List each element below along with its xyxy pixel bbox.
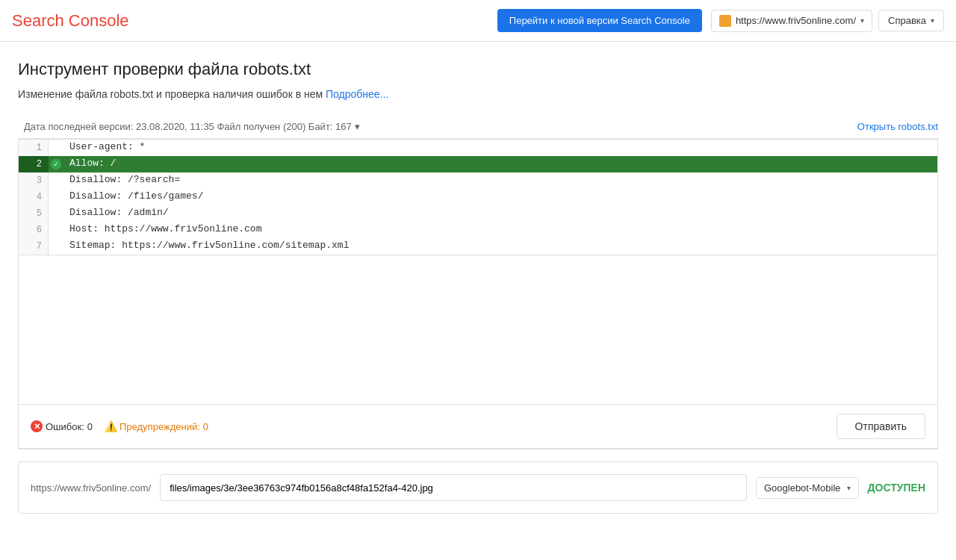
file-info-left: Дата последней версии: 23.08.2020, 11:35… <box>24 121 360 132</box>
accessibility-result: ДОСТУПЕН <box>868 482 925 494</box>
site-url: https://www.friv5online.com/ <box>736 15 856 26</box>
code-line-3: 3 Disallow: /?search= <box>19 172 937 189</box>
file-info-text: Дата последней версии: 23.08.2020, 11:35… <box>24 121 352 132</box>
line-content-1[interactable]: User-agent: * <box>63 140 937 156</box>
site-selector[interactable]: https://www.friv5online.com/ ▾ <box>711 10 872 32</box>
code-line-5: 5 Disallow: /admin/ <box>19 205 937 222</box>
header: Search Console Перейти к новой версии Se… <box>0 0 956 42</box>
code-line-6: 6 Host: https://www.friv5online.com <box>19 222 937 238</box>
line-content-5[interactable]: Disallow: /admin/ <box>63 205 937 222</box>
file-info-dropdown-icon[interactable]: ▾ <box>355 121 360 132</box>
line-number-5: 5 <box>19 205 49 222</box>
line-check-4 <box>49 189 63 205</box>
line-content-7[interactable]: Sitemap: https://www.friv5online.com/sit… <box>63 238 937 255</box>
test-url-base: https://www.friv5online.com/ <box>31 482 151 494</box>
code-line-1: 1 User-agent: * <box>19 140 937 156</box>
line-check-6 <box>49 222 63 238</box>
code-line-4: 4 Disallow: /files/games/ <box>19 189 937 205</box>
line-check-2: ✓ <box>49 156 63 172</box>
crawler-chevron-icon: ▾ <box>847 484 851 492</box>
code-lines: 1 User-agent: * 2 ✓ Allow: / 3 Disallow:… <box>19 140 937 255</box>
help-chevron-icon: ▾ <box>931 16 934 25</box>
line-number-1: 1 <box>19 140 49 156</box>
main-content: Инструмент проверки файла robots.txt Изм… <box>0 42 956 514</box>
submit-button[interactable]: Отправить <box>836 414 925 439</box>
warning-icon: ⚠️ <box>105 420 117 432</box>
error-icon: ✕ <box>31 420 43 432</box>
line-number-3: 3 <box>19 172 49 189</box>
site-favicon <box>719 15 731 27</box>
status-bar: ✕ Ошибок: 0 ⚠️ Предупреждений: 0 Отправи… <box>18 405 938 449</box>
line-check-7 <box>49 238 63 255</box>
line-check-1 <box>49 140 63 156</box>
code-empty-area[interactable] <box>19 255 937 404</box>
crawler-label: Googlebot-Mobile <box>764 482 841 494</box>
help-button[interactable]: Справка ▾ <box>878 10 944 31</box>
errors-status: ✕ Ошибок: 0 <box>31 420 93 432</box>
site-chevron-icon: ▾ <box>860 16 864 25</box>
line-number-4: 4 <box>19 189 49 205</box>
page-title: Инструмент проверки файла robots.txt <box>18 60 938 79</box>
warnings-label: Предупреждений: <box>120 421 200 432</box>
errors-label: Ошибок: <box>46 421 84 432</box>
test-section: https://www.friv5online.com/ Googlebot-M… <box>18 461 938 514</box>
line-number-6: 6 <box>19 222 49 238</box>
page-description: Изменение файла robots.txt и проверка на… <box>18 88 938 100</box>
file-info-bar: Дата последней версии: 23.08.2020, 11:35… <box>18 115 938 139</box>
line-content-6[interactable]: Host: https://www.friv5online.com <box>63 222 937 238</box>
open-robots-link[interactable]: Открыть robots.txt <box>857 121 938 132</box>
warnings-count: 0 <box>203 421 208 432</box>
line-content-4[interactable]: Disallow: /files/games/ <box>63 189 937 205</box>
line-content-3[interactable]: Disallow: /?search= <box>63 172 937 189</box>
errors-count: 0 <box>87 421 93 432</box>
learn-more-link[interactable]: Подробнее... <box>326 88 388 100</box>
code-line-7: 7 Sitemap: https://www.friv5online.com/s… <box>19 238 937 255</box>
test-url-input[interactable] <box>160 474 747 501</box>
line-number-2: 2 <box>19 156 49 172</box>
code-editor: 1 User-agent: * 2 ✓ Allow: / 3 Disallow:… <box>18 139 938 405</box>
line-check-5 <box>49 205 63 222</box>
help-label: Справка <box>888 15 926 26</box>
status-left: ✕ Ошибок: 0 ⚠️ Предупреждений: 0 <box>31 420 208 432</box>
warnings-status: ⚠️ Предупреждений: 0 <box>105 420 208 432</box>
line-check-3 <box>49 172 63 189</box>
logo[interactable]: Search Console <box>12 11 129 31</box>
divider <box>18 449 938 449</box>
code-line-2: 2 ✓ Allow: / <box>19 156 937 172</box>
new-version-button[interactable]: Перейти к новой версии Search Console <box>497 9 702 32</box>
crawler-selector[interactable]: Googlebot-Mobile ▾ <box>756 477 859 499</box>
line-number-7: 7 <box>19 238 49 255</box>
line-content-2[interactable]: Allow: / <box>63 156 937 172</box>
check-icon-2: ✓ <box>51 159 61 169</box>
